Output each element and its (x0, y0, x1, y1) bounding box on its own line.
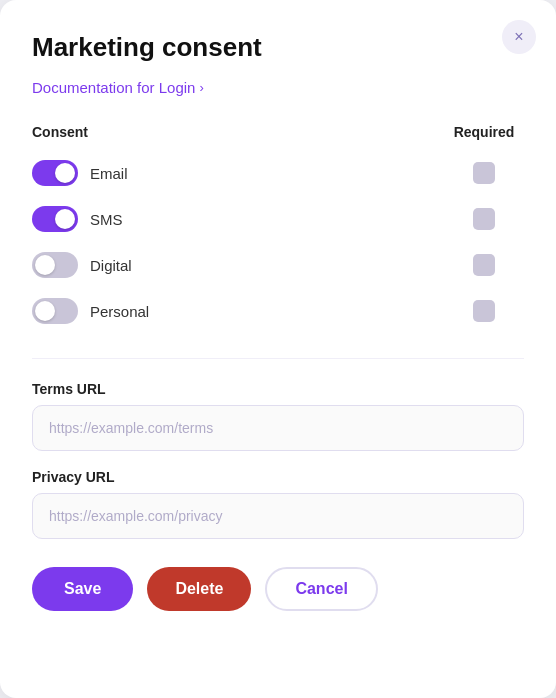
digital-required-checkbox[interactable] (473, 254, 495, 276)
consent-row-digital: Digital (32, 242, 524, 288)
sms-toggle-knob (55, 209, 75, 229)
marketing-consent-modal: Marketing consent × Documentation for Lo… (0, 0, 556, 698)
email-toggle[interactable] (32, 160, 78, 186)
personal-required-checkbox[interactable] (473, 300, 495, 322)
modal-title: Marketing consent (32, 32, 524, 63)
sms-label: SMS (90, 211, 123, 228)
digital-toggle[interactable] (32, 252, 78, 278)
email-required-cell (444, 162, 524, 184)
consent-row-email: Email (32, 150, 524, 196)
privacy-url-input[interactable] (32, 493, 524, 539)
save-button[interactable]: Save (32, 567, 133, 611)
close-button[interactable]: × (502, 20, 536, 54)
sms-toggle-label: SMS (32, 206, 444, 232)
email-required-checkbox[interactable] (473, 162, 495, 184)
cancel-button[interactable]: Cancel (265, 567, 377, 611)
personal-label: Personal (90, 303, 149, 320)
chevron-right-icon: › (199, 80, 203, 95)
personal-toggle-knob (35, 301, 55, 321)
delete-button[interactable]: Delete (147, 567, 251, 611)
close-icon: × (514, 28, 523, 46)
personal-toggle-label: Personal (32, 298, 444, 324)
digital-toggle-knob (35, 255, 55, 275)
personal-required-cell (444, 300, 524, 322)
digital-toggle-label: Digital (32, 252, 444, 278)
consent-header: Consent Required (32, 124, 524, 140)
email-label: Email (90, 165, 128, 182)
consent-section: Consent Required Email SMS (32, 124, 524, 334)
digital-label: Digital (90, 257, 132, 274)
actions-bar: Save Delete Cancel (32, 567, 524, 611)
privacy-url-label: Privacy URL (32, 469, 524, 485)
personal-toggle[interactable] (32, 298, 78, 324)
consent-col-header: Consent (32, 124, 444, 140)
divider (32, 358, 524, 359)
required-col-header: Required (444, 124, 524, 140)
privacy-url-group: Privacy URL (32, 469, 524, 539)
sms-toggle[interactable] (32, 206, 78, 232)
terms-url-input[interactable] (32, 405, 524, 451)
terms-url-label: Terms URL (32, 381, 524, 397)
consent-row-sms: SMS (32, 196, 524, 242)
doc-link-text: Documentation for Login (32, 79, 195, 96)
digital-required-cell (444, 254, 524, 276)
email-toggle-label: Email (32, 160, 444, 186)
terms-url-group: Terms URL (32, 381, 524, 451)
documentation-link[interactable]: Documentation for Login › (32, 79, 204, 96)
consent-row-personal: Personal (32, 288, 524, 334)
sms-required-checkbox[interactable] (473, 208, 495, 230)
email-toggle-knob (55, 163, 75, 183)
sms-required-cell (444, 208, 524, 230)
